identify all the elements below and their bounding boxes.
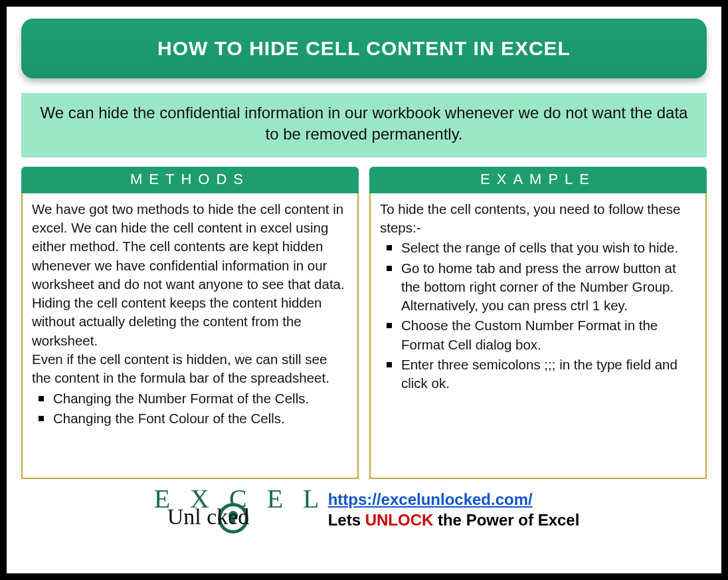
- intro-box: We can hide the confidential information…: [21, 93, 707, 157]
- methods-header: METHODS: [21, 167, 359, 193]
- tagline-highlight: UNLOCK: [365, 511, 434, 529]
- tagline-pre: Lets: [328, 511, 365, 529]
- example-header: EXAMPLE: [369, 167, 707, 193]
- list-item: Select the range of cells that you wish …: [384, 239, 696, 257]
- title-banner: HOW TO HIDE CELL CONTENT IN EXCEL: [21, 19, 707, 78]
- list-item: Go to home tab and press the arrow butto…: [384, 259, 696, 316]
- tagline-post: the Power of Excel: [433, 511, 579, 529]
- list-item: Changing the Number Format of the Cells.: [36, 389, 348, 408]
- footer: E X C E L Unl cked https://excelunlocked…: [21, 484, 707, 535]
- methods-paragraph-1: We have got two methods to hide the cell…: [32, 200, 348, 350]
- list-item: Changing the Font Colour of the Cells.: [36, 409, 348, 428]
- columns-wrapper: METHODS We have got two methods to hide …: [21, 167, 707, 479]
- methods-column: METHODS We have got two methods to hide …: [21, 167, 359, 479]
- footer-link[interactable]: https://excelunlocked.com/: [328, 490, 533, 508]
- methods-list: Changing the Number Format of the Cells.…: [32, 389, 348, 429]
- excel-unlocked-logo: E X C E L Unl cked: [149, 484, 302, 535]
- example-body: To hide the cell contents, you need to f…: [369, 193, 707, 479]
- list-item: Enter three semicolons ;;; in the type f…: [384, 355, 696, 393]
- document-frame: HOW TO HIDE CELL CONTENT IN EXCEL We can…: [0, 0, 728, 580]
- example-intro: To hide the cell contents, you need to f…: [380, 200, 696, 238]
- list-item: Choose the Custom Number Format in the F…: [384, 316, 696, 354]
- methods-paragraph-2: Even if the cell content is hidden, we c…: [32, 350, 348, 388]
- footer-text: https://excelunlocked.com/ Lets UNLOCK t…: [328, 489, 580, 530]
- methods-body: We have got two methods to hide the cell…: [21, 193, 359, 479]
- page-title: HOW TO HIDE CELL CONTENT IN EXCEL: [28, 37, 700, 60]
- example-list: Select the range of cells that you wish …: [380, 239, 696, 393]
- logo-text-bottom: Unl cked: [167, 504, 250, 530]
- example-column: EXAMPLE To hide the cell contents, you n…: [369, 167, 707, 479]
